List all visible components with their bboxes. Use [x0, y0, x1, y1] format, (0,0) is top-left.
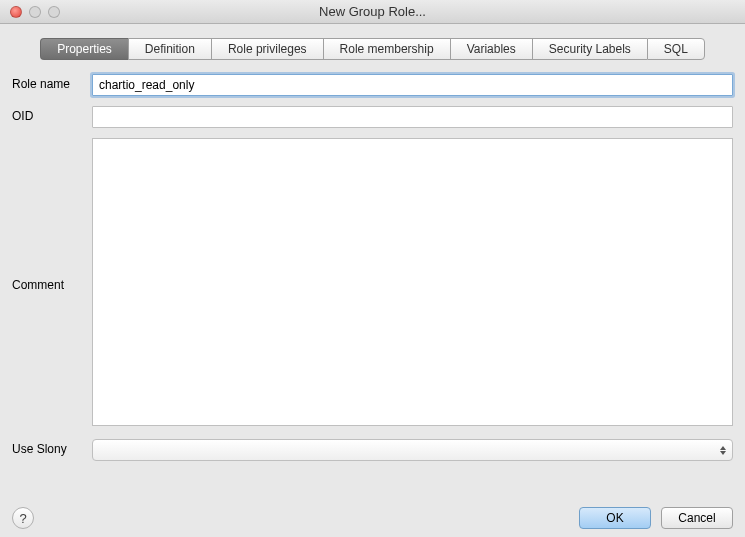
tab-sql[interactable]: SQL: [647, 38, 705, 60]
footer: ? OK Cancel: [12, 507, 733, 529]
titlebar: New Group Role...: [0, 0, 745, 24]
window-title: New Group Role...: [0, 4, 745, 19]
label-oid: OID: [12, 106, 92, 123]
footer-buttons: OK Cancel: [579, 507, 733, 529]
tab-variables[interactable]: Variables: [450, 38, 532, 60]
maximize-button[interactable]: [48, 6, 60, 18]
oid-input[interactable]: [92, 106, 733, 128]
label-role-name: Role name: [12, 74, 92, 91]
row-use-slony: Use Slony: [12, 439, 733, 461]
tab-bar: Properties Definition Role privileges Ro…: [12, 38, 733, 60]
tab-role-membership[interactable]: Role membership: [323, 38, 450, 60]
row-comment: Comment: [12, 138, 733, 429]
row-oid: OID: [12, 106, 733, 128]
close-button[interactable]: [10, 6, 22, 18]
help-icon: ?: [19, 511, 26, 526]
tab-security-labels[interactable]: Security Labels: [532, 38, 647, 60]
tab-properties[interactable]: Properties: [40, 38, 128, 60]
label-comment: Comment: [12, 275, 92, 292]
use-slony-select[interactable]: [92, 439, 733, 461]
minimize-button[interactable]: [29, 6, 41, 18]
content: Properties Definition Role privileges Ro…: [0, 24, 745, 479]
label-use-slony: Use Slony: [12, 439, 92, 456]
ok-button[interactable]: OK: [579, 507, 651, 529]
row-role-name: Role name: [12, 74, 733, 96]
tab-definition[interactable]: Definition: [128, 38, 211, 60]
tab-role-privileges[interactable]: Role privileges: [211, 38, 323, 60]
cancel-button[interactable]: Cancel: [661, 507, 733, 529]
help-button[interactable]: ?: [12, 507, 34, 529]
role-name-input[interactable]: [92, 74, 733, 96]
comment-textarea[interactable]: [92, 138, 733, 426]
stepper-arrows-icon: [720, 446, 726, 455]
traffic-lights: [0, 6, 60, 18]
